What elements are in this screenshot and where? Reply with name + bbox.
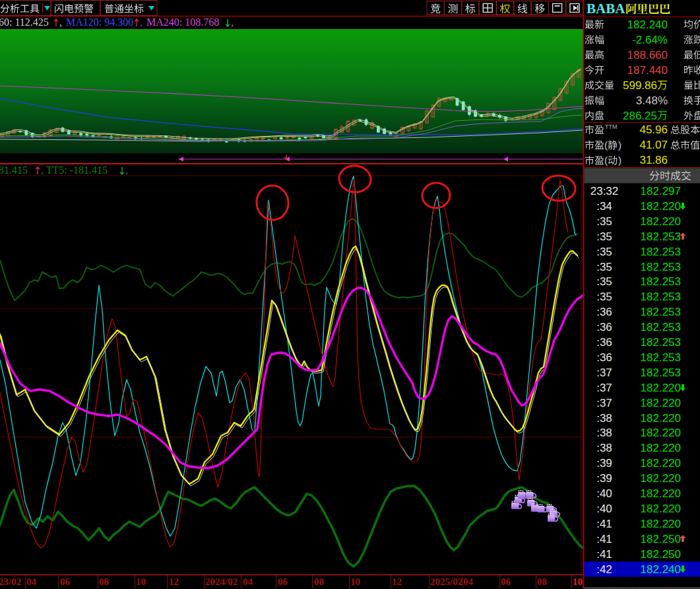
svg-text:,: , xyxy=(231,17,234,28)
svg-text:12: 12 xyxy=(392,576,402,587)
svg-text:60: 112.425: 60: 112.425 xyxy=(0,17,49,28)
svg-text:182.220: 182.220 xyxy=(641,518,681,530)
svg-text:08: 08 xyxy=(537,576,547,587)
svg-text:,: , xyxy=(125,164,128,176)
svg-text:599.86: 599.86 xyxy=(623,79,657,92)
svg-text::38: :38 xyxy=(596,427,612,439)
svg-text::35: :35 xyxy=(596,261,612,273)
svg-text:45.96: 45.96 xyxy=(639,123,668,136)
svg-text:182.220: 182.220 xyxy=(641,427,681,439)
svg-text:81.415: 81.415 xyxy=(0,164,28,176)
svg-text::35: :35 xyxy=(596,275,612,288)
svg-text:182.220: 182.220 xyxy=(641,412,681,425)
svg-text::41: :41 xyxy=(596,533,612,545)
svg-text:188.660: 188.660 xyxy=(627,49,668,61)
svg-text:182.253: 182.253 xyxy=(641,351,681,364)
svg-text:182.220: 182.220 xyxy=(641,502,681,515)
svg-text::34: :34 xyxy=(596,200,612,213)
svg-text::36: :36 xyxy=(596,336,612,349)
svg-text:10: 10 xyxy=(573,576,583,587)
svg-text::41: :41 xyxy=(596,518,612,530)
svg-text:3.48%: 3.48% xyxy=(636,94,668,107)
svg-text:182.253: 182.253 xyxy=(641,246,681,258)
svg-text:31.86: 31.86 xyxy=(639,154,668,166)
svg-text:08: 08 xyxy=(314,576,324,587)
svg-text:06: 06 xyxy=(501,576,511,587)
svg-text:12: 12 xyxy=(169,576,179,587)
svg-text:182.220: 182.220 xyxy=(641,457,681,469)
svg-text::36: :36 xyxy=(596,306,612,318)
svg-text:286.25: 286.25 xyxy=(623,110,657,122)
svg-text:(: ( xyxy=(604,155,608,166)
svg-text:,: , xyxy=(59,17,62,28)
svg-text::39: :39 xyxy=(596,457,612,469)
svg-text::36: :36 xyxy=(596,321,612,333)
svg-text:23/02: 23/02 xyxy=(0,576,21,587)
svg-text:182.220: 182.220 xyxy=(641,200,681,213)
svg-text::36: :36 xyxy=(596,351,612,364)
svg-text:,: , xyxy=(140,17,143,28)
svg-text:182.253: 182.253 xyxy=(641,230,681,243)
svg-text:2024/02: 2024/02 xyxy=(205,576,238,587)
svg-text:23:32: 23:32 xyxy=(590,185,619,197)
svg-text:2025/02: 2025/02 xyxy=(430,576,462,587)
svg-text:41.07: 41.07 xyxy=(639,139,668,151)
svg-text:): ) xyxy=(618,155,621,166)
svg-text::38: :38 xyxy=(596,412,612,425)
svg-text:06: 06 xyxy=(60,576,71,587)
svg-text:182.220: 182.220 xyxy=(641,215,681,228)
svg-text:06: 06 xyxy=(278,576,288,587)
svg-text:, TT5: -181.415: , TT5: -181.415 xyxy=(41,164,108,176)
svg-text:10: 10 xyxy=(350,576,360,587)
svg-text::38: :38 xyxy=(596,442,612,454)
svg-text:-2.64%: -2.64% xyxy=(632,34,668,46)
svg-text:BABA: BABA xyxy=(587,1,625,17)
svg-text:04: 04 xyxy=(243,576,253,587)
svg-text:MA120: 94.300: MA120: 94.300 xyxy=(66,17,133,28)
svg-text:182.240: 182.240 xyxy=(627,18,668,31)
svg-text:182.253: 182.253 xyxy=(641,275,681,288)
svg-text:182.220: 182.220 xyxy=(641,472,681,485)
svg-text::42: :42 xyxy=(596,563,612,576)
svg-text:182.240: 182.240 xyxy=(641,563,681,576)
svg-text:182.297: 182.297 xyxy=(641,185,681,197)
svg-text:182.220: 182.220 xyxy=(641,442,681,454)
svg-text:182.220: 182.220 xyxy=(641,382,681,394)
svg-text:04: 04 xyxy=(463,576,474,587)
svg-text:08: 08 xyxy=(99,576,109,587)
svg-text::37: :37 xyxy=(596,366,612,379)
svg-text:182.253: 182.253 xyxy=(641,306,681,318)
svg-text::40: :40 xyxy=(596,487,612,500)
svg-text:): ) xyxy=(618,139,621,151)
svg-text:04: 04 xyxy=(26,576,37,587)
svg-text::39: :39 xyxy=(596,472,612,485)
svg-text:182.253: 182.253 xyxy=(641,366,681,379)
svg-text:182.253: 182.253 xyxy=(641,321,681,333)
svg-text::37: :37 xyxy=(596,397,612,409)
svg-text:MA240: 108.768: MA240: 108.768 xyxy=(146,17,219,28)
svg-text:182.250: 182.250 xyxy=(641,548,681,561)
svg-text::35: :35 xyxy=(596,291,612,303)
svg-text::41: :41 xyxy=(596,548,612,561)
svg-text:182.220: 182.220 xyxy=(641,397,681,409)
svg-text::37: :37 xyxy=(596,382,612,394)
svg-text::35: :35 xyxy=(596,230,612,243)
svg-text:10: 10 xyxy=(136,576,146,587)
svg-text:182.250: 182.250 xyxy=(641,533,681,545)
svg-text:182.220: 182.220 xyxy=(641,487,681,500)
svg-text:182.253: 182.253 xyxy=(641,291,681,303)
svg-text::35: :35 xyxy=(596,246,612,258)
svg-text:182.253: 182.253 xyxy=(641,336,681,349)
svg-text::35: :35 xyxy=(596,215,612,228)
svg-text:TTM: TTM xyxy=(605,123,618,130)
svg-text:(: ( xyxy=(604,139,608,151)
svg-text:182.253: 182.253 xyxy=(641,261,681,273)
svg-text::40: :40 xyxy=(596,502,612,515)
svg-text:187.440: 187.440 xyxy=(627,64,668,77)
